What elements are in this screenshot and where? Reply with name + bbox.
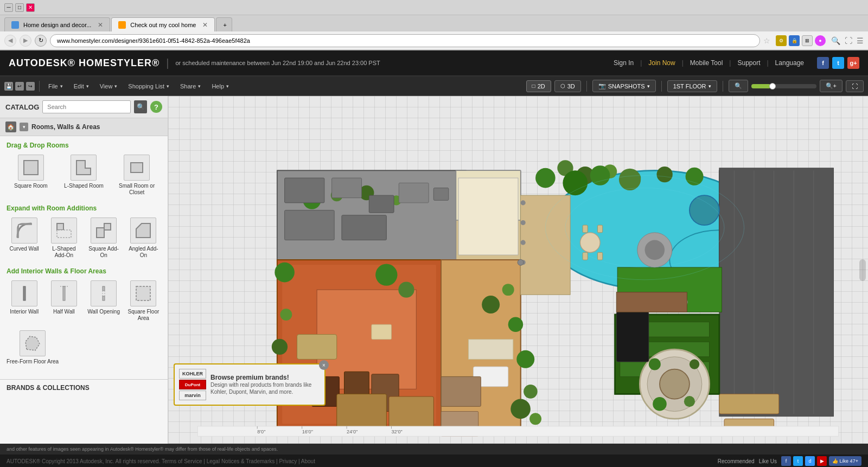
twitter-icon[interactable]: t xyxy=(832,57,844,69)
bookmark-icon[interactable]: ☆ xyxy=(763,36,770,45)
svg-rect-8 xyxy=(103,296,105,300)
floor-area-item[interactable]: Square Floor Area xyxy=(126,280,161,322)
snapshots-btn[interactable]: 📷 SNAPSHOTS ▾ xyxy=(592,80,656,92)
tab-favicon-1 xyxy=(11,21,19,29)
new-tab-icon: + xyxy=(223,22,226,28)
svg-rect-80 xyxy=(583,252,588,260)
l-shaped-room-item[interactable]: L-Shaped Room xyxy=(60,155,108,196)
fit-view-btn[interactable]: ⛶ xyxy=(846,80,864,92)
small-room-item[interactable]: Small Room or Closet xyxy=(112,155,161,196)
ad-close-btn[interactable]: × xyxy=(319,360,329,370)
edit-label: Edit xyxy=(74,83,84,89)
sign-in-link[interactable]: Sign In xyxy=(614,59,634,67)
recommended-text: Recommended xyxy=(718,458,755,464)
back-btn[interactable]: ◀ xyxy=(4,35,16,47)
tab-close-2[interactable]: ✕ xyxy=(202,21,208,29)
curved-wall-item[interactable]: Curved Wall xyxy=(7,217,42,259)
view-3d-btn[interactable]: ⬡ 3D xyxy=(554,80,581,92)
wall-opening-item[interactable]: Wall Opening xyxy=(86,280,122,322)
window-controls[interactable]: ─ □ ✕ xyxy=(4,3,35,12)
svg-rect-82 xyxy=(285,178,324,203)
brands-label: BRANDS & COLLECTIONS xyxy=(7,384,161,392)
shopping-list-menu[interactable]: Shopping List ▾ xyxy=(124,81,174,92)
interior-wall-label: Interior Wall xyxy=(10,309,39,315)
ext-icon-4[interactable]: ● xyxy=(815,35,826,46)
file-menu[interactable]: File ▾ xyxy=(44,81,67,92)
tabs-bar: Home design and decor... ✕ Check out my … xyxy=(0,15,868,31)
ad-banner: × KOHLER DuPont marvin Browse premium br… xyxy=(174,363,326,406)
half-wall-item[interactable]: Half Wall xyxy=(46,280,81,322)
interior-title: Add Interior Walls & Floor Areas xyxy=(7,267,161,275)
support-link[interactable]: Support xyxy=(737,59,760,67)
footer-like-btn[interactable]: 👍 Like 47+ xyxy=(829,456,861,466)
redo-icon[interactable]: ↪ xyxy=(26,82,35,91)
footer-copyright: AUTODESK® Copyright 2013 Autodesk, Inc. … xyxy=(7,458,315,464)
ext-icon-2[interactable]: 🔒 xyxy=(789,35,800,46)
svg-point-34 xyxy=(508,317,523,331)
svg-point-32 xyxy=(482,296,500,314)
svg-point-105 xyxy=(272,339,288,355)
square-addon-item[interactable]: Square Add-On xyxy=(86,217,122,259)
search-button[interactable]: 🔍 xyxy=(134,100,147,113)
ext-icon-1[interactable]: ⚙ xyxy=(776,35,787,46)
address-input[interactable] xyxy=(50,34,760,47)
svg-point-63 xyxy=(690,359,699,369)
svg-rect-79 xyxy=(598,225,603,233)
square-room-item[interactable]: Square Room xyxy=(7,155,55,196)
nav-dropdown[interactable]: ▾ xyxy=(20,123,28,131)
app-header: AUTODESK® HOMESTYLER® | or scheduled mai… xyxy=(0,50,868,76)
file-label: File xyxy=(48,83,58,89)
free-form-row: Free-Form Floor Area xyxy=(7,330,161,365)
tab-close-1[interactable]: ✕ xyxy=(98,21,103,29)
svg-text:16'0": 16'0" xyxy=(302,429,313,434)
tab-home-design[interactable]: Home design and decor... ✕ xyxy=(4,17,110,31)
footer-tw-icon[interactable]: t xyxy=(793,456,803,466)
edit-menu[interactable]: Edit ▾ xyxy=(69,81,93,92)
sidebar: CATALOG 🔍 ? 🏠 ▾ Rooms, Walls & Areas Dra… xyxy=(0,96,168,444)
undo-icon[interactable]: ↩ xyxy=(15,82,24,91)
tab-new[interactable]: + xyxy=(216,17,232,31)
fullscreen-icon[interactable]: ⛶ xyxy=(845,36,852,45)
refresh-btn[interactable]: ↻ xyxy=(35,35,47,47)
help-button[interactable]: ? xyxy=(150,101,162,113)
floor-selector[interactable]: 1ST FLOOR ▾ xyxy=(667,80,717,92)
interior-wall-item[interactable]: Interior Wall xyxy=(7,280,42,322)
building-main xyxy=(272,160,834,436)
ext-icon-3[interactable]: ⊞ xyxy=(802,35,813,46)
maximize-btn[interactable]: □ xyxy=(15,3,24,12)
googleplus-icon[interactable]: g+ xyxy=(847,57,859,69)
menu-icon[interactable]: ☰ xyxy=(857,36,864,45)
close-btn[interactable]: ✕ xyxy=(26,3,35,12)
free-form-item[interactable]: Free-Form Floor Area xyxy=(7,330,59,365)
angled-addon-item[interactable]: Angled Add-On xyxy=(126,217,161,259)
l-shaped-addon-item[interactable]: L-Shaped Add-On xyxy=(46,217,81,259)
facebook-icon[interactable]: f xyxy=(817,57,829,69)
language-link[interactable]: Language xyxy=(775,59,804,67)
tab-cool-home[interactable]: Check out my cool home ✕ xyxy=(111,17,215,31)
forward-btn[interactable]: ▶ xyxy=(20,35,31,47)
footer-fb-icon[interactable]: f xyxy=(781,456,791,466)
snapshots-label: SNAPSHOTS xyxy=(608,83,645,89)
header-links: Sign In | Join Now | Mobile Tool | Suppo… xyxy=(614,57,859,69)
main-content: CATALOG 🔍 ? 🏠 ▾ Rooms, Walls & Areas Dra… xyxy=(0,96,868,444)
zoom-slider[interactable] xyxy=(751,84,816,88)
catalog-search-input[interactable] xyxy=(42,100,131,113)
join-now-link[interactable]: Join Now xyxy=(648,59,675,67)
minimize-btn[interactable]: ─ xyxy=(4,3,13,12)
zoom-thumb[interactable] xyxy=(769,83,776,89)
svg-rect-102 xyxy=(372,324,392,339)
share-menu[interactable]: Share ▾ xyxy=(176,81,205,92)
mobile-tool-link[interactable]: Mobile Tool xyxy=(690,59,723,67)
zoom-out-btn[interactable]: 🔍 xyxy=(729,80,748,92)
footer-yt-icon[interactable]: ▶ xyxy=(817,456,827,466)
view-menu[interactable]: View ▾ xyxy=(95,81,122,92)
scroll-indicator[interactable] xyxy=(859,259,866,281)
nav-home-icon[interactable]: 🏠 xyxy=(5,121,16,132)
canvas-area[interactable]: 8'0" 16'0" 24'0" 32'0" × KOHLER DuPont m… xyxy=(168,96,868,444)
zoom-in-btn[interactable]: 🔍+ xyxy=(820,80,843,92)
footer-delicious-icon[interactable]: d xyxy=(805,456,815,466)
help-menu[interactable]: Help ▾ xyxy=(207,81,233,92)
view-2d-btn[interactable]: □ 2D xyxy=(526,80,551,92)
save-icon[interactable]: 💾 xyxy=(4,82,13,91)
l-shaped-addon-icon xyxy=(51,217,77,244)
